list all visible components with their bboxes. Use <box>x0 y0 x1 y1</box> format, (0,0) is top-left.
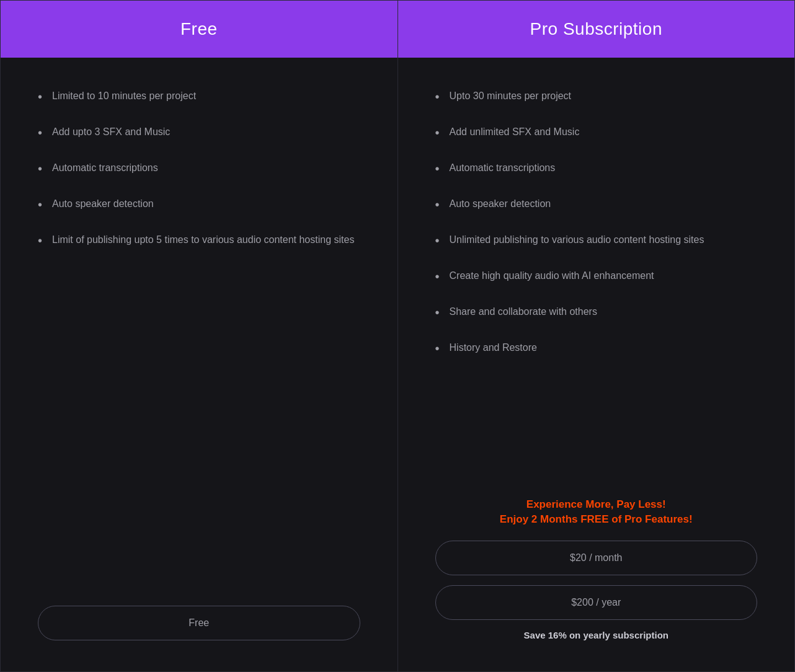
pro-feature-5: Unlimited publishing to various audio co… <box>435 232 758 250</box>
promo-text-block: Experience More, Pay Less! Enjoy 2 Month… <box>500 498 693 526</box>
free-feature-2: Add upto 3 SFX and Music <box>38 125 360 142</box>
monthly-plan-button[interactable]: $20 / month <box>435 541 758 575</box>
pro-feature-3: Automatic transcriptions <box>435 161 758 178</box>
promo-line2: Enjoy 2 Months FREE of Pro Features! <box>500 513 693 526</box>
free-plan-header: Free <box>1 1 398 58</box>
pro-plan-body: Upto 30 minutes per project Add unlimite… <box>398 58 795 671</box>
pro-plan-title: Pro Subscription <box>411 19 783 39</box>
pro-feature-2: Add unlimited SFX and Music <box>435 125 758 142</box>
yearly-plan-button[interactable]: $200 / year <box>435 585 758 620</box>
plans-container: Free Limited to 10 minutes per project A… <box>0 0 795 672</box>
pro-feature-4: Auto speaker detection <box>435 197 758 214</box>
pro-plan-column: Pro Subscription Upto 30 minutes per pro… <box>398 0 796 672</box>
free-plan-column: Free Limited to 10 minutes per project A… <box>0 0 398 672</box>
pro-features-list: Upto 30 minutes per project Add unlimite… <box>435 89 758 480</box>
free-plan-title: Free <box>13 19 385 39</box>
free-features-list: Limited to 10 minutes per project Add up… <box>38 89 360 587</box>
pro-feature-6: Create high quality audio with AI enhanc… <box>435 268 758 286</box>
free-feature-3: Automatic transcriptions <box>38 161 360 178</box>
pro-feature-8: History and Restore <box>435 340 758 358</box>
pro-feature-1: Upto 30 minutes per project <box>435 89 758 106</box>
promo-line1: Experience More, Pay Less! <box>500 498 693 511</box>
pro-plan-header: Pro Subscription <box>398 1 795 58</box>
free-plan-actions: Free <box>38 606 360 640</box>
free-plan-body: Limited to 10 minutes per project Add up… <box>1 58 398 671</box>
free-feature-5: Limit of publishing upto 5 times to vari… <box>38 232 360 250</box>
free-feature-1: Limited to 10 minutes per project <box>38 89 360 106</box>
free-feature-4: Auto speaker detection <box>38 197 360 214</box>
save-text: Save 16% on yearly subscription <box>524 630 668 640</box>
pro-feature-7: Share and collaborate with others <box>435 304 758 322</box>
free-plan-button[interactable]: Free <box>38 606 360 640</box>
pro-plan-actions: Experience More, Pay Less! Enjoy 2 Month… <box>435 498 758 640</box>
